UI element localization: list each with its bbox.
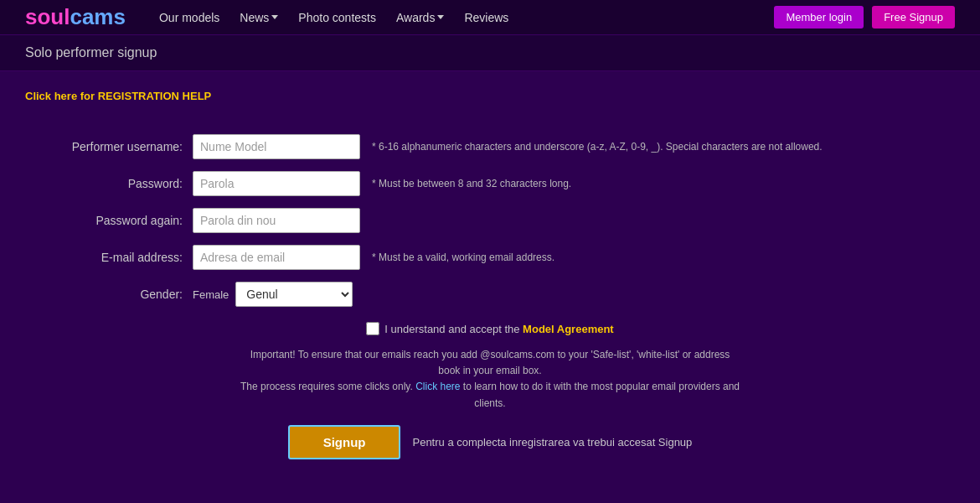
- important-note: Important! To ensure that our emails rea…: [239, 347, 741, 412]
- content: Click here for REGISTRATION HELP Perform…: [0, 71, 980, 476]
- performer-username-label: Performer username:: [25, 140, 193, 153]
- model-agreement-checkbox[interactable]: [366, 322, 379, 335]
- news-dropdown-icon: [271, 15, 278, 19]
- registration-help-link[interactable]: Click here for REGISTRATION HELP: [25, 90, 211, 102]
- performer-username-input[interactable]: [193, 134, 360, 159]
- click-here-link[interactable]: Click here: [415, 381, 460, 392]
- performer-username-row: Performer username: * 6-16 alphanumeric …: [25, 134, 955, 159]
- nav-news[interactable]: News: [240, 11, 278, 24]
- header: soulcams Our models News Photo contests …: [0, 0, 980, 35]
- model-agreement-link[interactable]: Model Agreement: [523, 323, 614, 335]
- main-nav: Our models News Photo contests Awards Re…: [159, 11, 774, 24]
- password-input[interactable]: [193, 171, 360, 196]
- signup-button[interactable]: Signup: [288, 425, 401, 459]
- email-input[interactable]: [193, 245, 360, 270]
- checkbox-label: I understand and accept the Model Agreem…: [384, 323, 613, 335]
- email-hint: * Must be a valid, working email address…: [372, 252, 554, 263]
- gender-select-wrap: Female Genul Female Male Trans: [193, 282, 353, 307]
- logo: soulcams: [25, 4, 126, 30]
- page-title-bar: Solo performer signup: [0, 35, 980, 71]
- password-again-row: Password again:: [25, 208, 955, 233]
- password-hint: * Must be between 8 and 32 characters lo…: [372, 178, 571, 189]
- free-signup-button[interactable]: Free Signup: [872, 6, 955, 29]
- signup-note: Pentru a complecta inregistrarea va treb…: [412, 436, 692, 449]
- email-label: E-mail address:: [25, 251, 193, 264]
- nav-awards[interactable]: Awards: [396, 11, 444, 24]
- nav-our-models[interactable]: Our models: [159, 11, 219, 24]
- nav-reviews[interactable]: Reviews: [464, 11, 508, 24]
- gender-label: Gender:: [25, 288, 193, 301]
- signup-row: Signup Pentru a complecta inregistrarea …: [25, 425, 955, 459]
- signup-form: Performer username: * 6-16 alphanumeric …: [25, 134, 955, 459]
- password-row: Password: * Must be between 8 and 32 cha…: [25, 171, 955, 196]
- logo-cams: cams: [70, 4, 126, 29]
- password-again-input[interactable]: [193, 208, 360, 233]
- email-row: E-mail address: * Must be a valid, worki…: [25, 245, 955, 270]
- password-label: Password:: [25, 177, 193, 190]
- header-buttons: Member login Free Signup: [774, 6, 955, 29]
- password-again-label: Password again:: [25, 214, 193, 227]
- gender-row: Gender: Female Genul Female Male Trans: [25, 282, 955, 307]
- page-title: Solo performer signup: [25, 45, 955, 60]
- logo-soul: soul: [25, 4, 70, 29]
- member-login-button[interactable]: Member login: [774, 6, 864, 29]
- gender-female-label: Female: [193, 288, 229, 301]
- nav-photo-contests[interactable]: Photo contests: [298, 11, 376, 24]
- performer-username-hint: * 6-16 alphanumeric characters and under…: [372, 141, 823, 153]
- gender-select[interactable]: Genul Female Male Trans: [235, 282, 353, 307]
- awards-dropdown-icon: [437, 15, 444, 19]
- checkbox-row: I understand and accept the Model Agreem…: [25, 322, 955, 335]
